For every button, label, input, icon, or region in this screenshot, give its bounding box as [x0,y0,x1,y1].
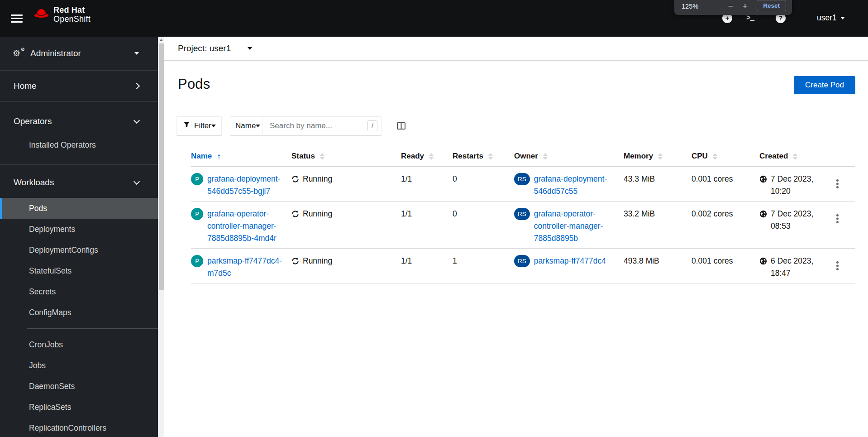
sort-icon[interactable] [658,153,663,160]
column-header-name[interactable]: Name ↑ [191,147,291,167]
divider [27,328,158,329]
sort-icon[interactable] [543,153,548,160]
cpu-cell: 0.001 cores [692,249,759,283]
zoom-level: 125% [682,3,698,11]
pod-link[interactable]: parksmap-ff7477dc4- m7d5c [207,255,282,279]
memory-cell: 33.2 MiB [624,202,692,249]
sidebar-item-home[interactable]: Home [0,71,158,102]
actions-cell [832,249,855,283]
kebab-menu-icon[interactable] [832,177,843,191]
sort-icon[interactable] [713,153,717,160]
sidebar-item-secrets[interactable]: Secrets [0,281,158,302]
zoom-in-button[interactable]: + [738,1,752,11]
hamburger-menu-icon[interactable] [11,12,24,24]
column-header-status[interactable]: Status [291,147,401,167]
sidebar-item-cronjobs[interactable]: CronJobs [0,334,158,355]
created-cell: 7 Dec 2023, 10:20 [759,167,832,202]
restarts-cell: 0 [453,167,514,202]
zoom-reset-button[interactable]: Reset [757,0,786,11]
sidebar-item-deploymentconfigs[interactable]: DeploymentConfigs [0,240,158,260]
masthead: Red Hat OpenShift + >_ ? user1 125% − + … [0,0,868,37]
brand-line2: OpenShift [53,14,91,24]
caret-down-icon [256,125,260,127]
filter-dropdown[interactable]: Filter [176,116,222,135]
sort-icon[interactable] [793,153,797,160]
caret-down-icon [134,52,139,55]
create-pod-button[interactable]: Create Pod [794,76,855,94]
column-header-ready[interactable]: Ready [401,147,453,167]
sync-running-icon [291,257,299,265]
scrollbar-up-arrow-icon[interactable] [159,39,163,41]
zoom-out-button[interactable]: − [723,1,738,11]
sidebar-item-jobs[interactable]: Jobs [0,355,158,376]
replicaset-resource-icon: RS [514,173,530,185]
cpu-cell: 0.002 cores [692,202,759,249]
chevron-right-icon [134,83,140,89]
sidebar-item-workloads[interactable]: Workloads [0,165,158,187]
sidebar-item-configmaps[interactable]: ConfigMaps [0,302,158,323]
owner-link[interactable]: grafana-operator- controller-manager- 78… [534,208,603,245]
sidebar-item-daemonsets[interactable]: DaemonSets [0,376,158,397]
globe-icon [759,210,767,218]
pod-link[interactable]: grafana-operator- controller-manager- 78… [207,208,277,245]
chevron-down-icon [840,17,845,19]
sidebar-item-replicationcontrollers[interactable]: ReplicationControllers [0,418,158,437]
status-cell: Running [291,167,401,202]
project-selector[interactable]: Project: user1 [164,37,868,61]
owner-link[interactable]: grafana-deployment- 546dd57c55 [534,173,607,197]
sidebar-item-installed-operators[interactable]: Installed Operators [0,134,158,155]
sort-ascending-icon: ↑ [217,152,221,161]
column-header-owner[interactable]: Owner [514,147,624,167]
table-row: P grafana-deployment- 546dd57c55-bgjl7 R… [191,167,855,202]
terminal-icon[interactable]: >_ [746,14,754,22]
search-type-dropdown[interactable]: Name [230,116,262,135]
redhat-fedora-icon [33,8,49,22]
perspective-switcher[interactable]: ⚙⚙ Administrator [0,37,158,71]
browser-zoom-popup: 125% − + Reset [674,0,792,15]
chevron-down-icon [134,117,140,124]
pod-resource-icon: P [191,255,203,267]
sidebar-item-replicasets[interactable]: ReplicaSets [0,397,158,418]
cpu-cell: 0.001 cores [692,167,759,202]
sidebar-item-statefulsets[interactable]: StatefulSets [0,260,158,281]
pod-name-cell: P grafana-deployment- 546dd57c55-bgjl7 [191,167,291,202]
owner-link[interactable]: parksmap-ff7477dc4 [534,255,606,267]
ready-cell: 1/1 [401,167,453,202]
column-header-actions [832,147,855,167]
project-selector-label: Project: user1 [178,43,231,53]
sidebar-item-operators[interactable]: Operators [0,102,158,126]
owner-cell: RS grafana-operator- controller-manager-… [514,202,624,249]
owner-cell: RS parksmap-ff7477dc4 [514,249,624,283]
table-header-row: Name ↑ Status Ready Restarts Owner Memor… [191,147,855,167]
caret-down-icon [248,47,252,50]
ready-cell: 1/1 [401,249,453,283]
chevron-down-icon [134,178,140,185]
sort-icon[interactable] [429,153,434,160]
sidebar-navigation: ⚙⚙ Administrator Home Operators Installe… [0,37,158,437]
kebab-menu-icon[interactable] [832,211,843,226]
redhat-openshift-logo: Red Hat OpenShift [33,5,91,24]
column-header-memory[interactable]: Memory [624,147,692,167]
main-content: Project: user1 Pods Create Pod Filter Na… [164,37,868,437]
caret-down-icon [211,125,216,127]
user-menu[interactable]: user1 [817,13,845,23]
scrollbar-thumb[interactable] [159,43,164,290]
sidebar-item-deployments[interactable]: Deployments [0,219,158,240]
manage-columns-button[interactable] [397,122,405,130]
sort-icon[interactable] [320,153,324,160]
sync-running-icon [291,210,299,218]
column-header-restarts[interactable]: Restarts [453,147,514,167]
kebab-menu-icon[interactable] [832,259,843,273]
toolbar: Filter Name / [176,116,855,135]
sidebar-scrollbar[interactable] [158,37,164,437]
actions-cell [832,202,855,249]
sidebar-item-pods[interactable]: Pods [0,198,158,219]
pod-link[interactable]: grafana-deployment- 546dd57c55-bgjl7 [207,173,280,197]
sort-icon[interactable] [488,153,493,160]
sync-running-icon [291,175,299,183]
pod-name-cell: P parksmap-ff7477dc4- m7d5c [191,249,291,283]
table-row: P grafana-operator- controller-manager- … [191,202,855,249]
search-input[interactable] [262,116,382,135]
column-header-cpu[interactable]: CPU [692,147,759,167]
column-header-created[interactable]: Created [759,147,832,167]
